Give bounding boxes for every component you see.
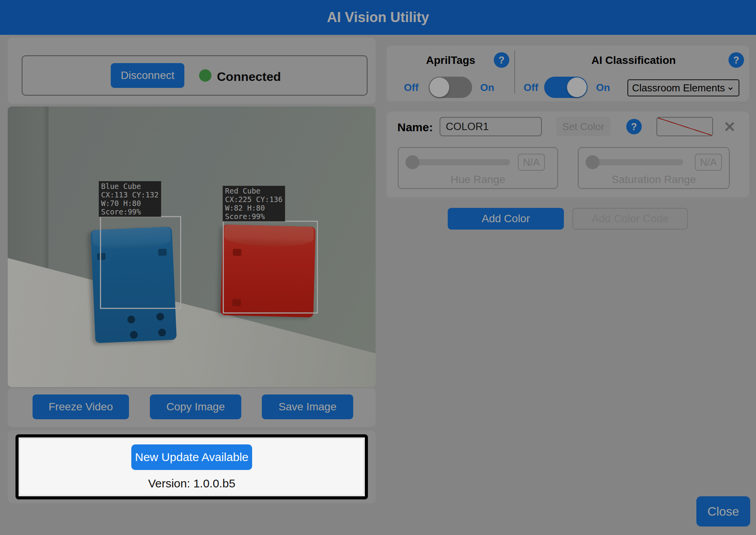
saturation-value-box: N/A xyxy=(695,154,722,171)
detection-center: CX:225 CY:136 xyxy=(225,195,283,204)
hue-value-box: N/A xyxy=(518,154,545,171)
copy-image-button[interactable]: Copy Image xyxy=(150,394,241,419)
selected-model-label: Classroom Elements xyxy=(632,82,726,94)
ai-classification-off-label: Off xyxy=(524,82,538,94)
connected-status-dot xyxy=(199,69,211,82)
toggle-knob xyxy=(567,77,587,97)
saturation-range-panel: N/A Saturation Range xyxy=(578,147,730,189)
camera-floor xyxy=(8,106,376,387)
color-swatch-empty[interactable] xyxy=(656,117,713,136)
blue-cube-detection-label: Blue Cube CX:113 CY:132 W:70 H:80 Score:… xyxy=(99,181,161,217)
blue-cube-hole xyxy=(130,331,138,339)
detection-center: CX:113 CY:132 xyxy=(101,190,159,199)
red-cube-detection-label: Red Cube CX:225 CY:136 W:82 H:80 Score:9… xyxy=(223,186,285,221)
detection-size: W:70 H:80 xyxy=(101,199,159,207)
color-name-input[interactable] xyxy=(440,117,542,136)
toggle-knob xyxy=(430,77,449,97)
apriltags-on-label: On xyxy=(480,82,494,94)
saturation-slider-track xyxy=(592,159,683,165)
ai-classification-on-label: On xyxy=(596,82,610,94)
new-update-available-button[interactable]: New Update Available xyxy=(131,444,252,470)
hue-range-label: Hue Range xyxy=(399,173,557,186)
chevron-down-icon: ⌄ xyxy=(726,82,735,90)
detection-score: Score:99% xyxy=(101,207,159,216)
freeze-video-button[interactable]: Freeze Video xyxy=(33,394,129,419)
saturation-slider-knob[interactable] xyxy=(586,155,600,169)
page-title: AI Vision Utility xyxy=(327,9,429,26)
blue-cube-hole xyxy=(158,328,166,336)
hue-range-panel: N/A Hue Range xyxy=(398,147,558,189)
update-highlight-box: New Update Available Version: 1.0.0.b5 xyxy=(15,434,368,499)
section-divider xyxy=(514,50,515,94)
apriltags-toggle[interactable] xyxy=(429,77,472,98)
apriltags-off-label: Off xyxy=(404,82,419,94)
red-cube-bounding-box xyxy=(223,221,318,314)
add-color-button[interactable]: Add Color xyxy=(448,208,564,230)
ai-classification-help-icon[interactable]: ? xyxy=(729,52,744,68)
set-color-button[interactable]: Set Color xyxy=(556,117,610,136)
save-image-button[interactable]: Save Image xyxy=(262,394,353,419)
blue-cube-hole xyxy=(156,313,164,321)
detection-score: Score:99% xyxy=(225,212,283,221)
classification-model-select[interactable]: Classroom Elements ⌄ xyxy=(627,79,739,96)
color-name-label: Name: xyxy=(397,121,433,134)
disconnect-button[interactable]: Disconnect xyxy=(111,63,184,88)
add-color-code-button[interactable]: Add Color Code xyxy=(572,208,688,230)
detection-size: W:82 H:80 xyxy=(225,204,283,212)
hue-slider-knob[interactable] xyxy=(405,155,419,169)
connection-status-box xyxy=(22,55,368,96)
blue-cube-hole xyxy=(127,316,135,324)
saturation-range-label: Saturation Range xyxy=(579,173,729,186)
camera-wall-corner xyxy=(8,106,48,281)
close-button[interactable]: Close xyxy=(696,496,750,526)
hue-slider-track xyxy=(412,159,510,165)
connection-status-label: Connected xyxy=(217,70,281,84)
camera-video-view: Blue Cube CX:113 CY:132 W:70 H:80 Score:… xyxy=(8,106,376,387)
ai-classification-toggle[interactable] xyxy=(544,77,588,98)
ai-vision-utility-window: AI Vision Utility Disconnect Connected B… xyxy=(0,0,756,535)
detection-name: Red Cube xyxy=(225,187,283,195)
ai-classification-title: AI Classification xyxy=(591,54,676,67)
version-label: Version: 1.0.0.b5 xyxy=(19,477,365,490)
title-bar: AI Vision Utility xyxy=(0,0,756,35)
detection-name: Blue Cube xyxy=(101,182,159,190)
color-help-icon[interactable]: ? xyxy=(626,119,642,134)
apriltags-help-icon[interactable]: ? xyxy=(494,52,509,68)
remove-color-icon[interactable]: ✕ xyxy=(723,118,736,135)
blue-cube-bounding-box xyxy=(100,216,181,309)
apriltags-title: AprilTags xyxy=(426,54,475,67)
